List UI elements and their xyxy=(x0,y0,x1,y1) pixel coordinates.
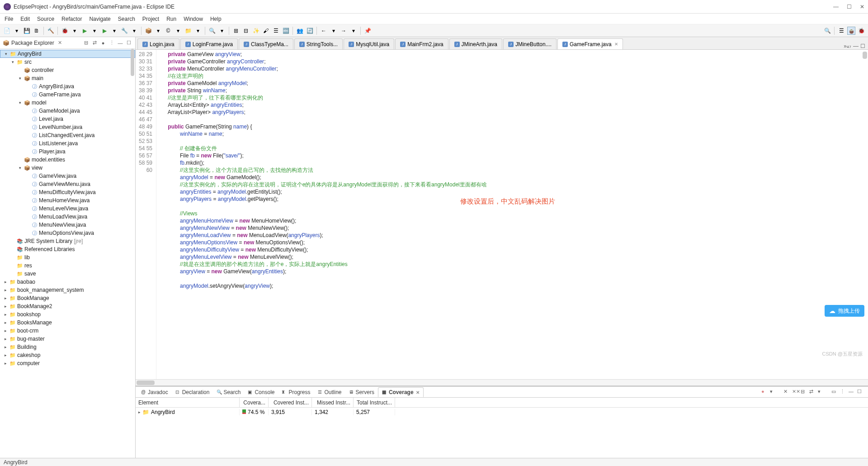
menu-button[interactable]: ⋮ xyxy=(840,389,847,396)
save-button[interactable]: 💾 xyxy=(23,27,31,35)
minimize-button[interactable]: — xyxy=(117,39,124,47)
menu-help[interactable]: Help xyxy=(208,15,224,23)
new-button[interactable]: 📄 xyxy=(3,27,11,35)
code-editor[interactable]: 28 29 30 31 32 33 34 35 36 37 38 39 40 4… xyxy=(136,50,868,379)
maximize-button[interactable]: ☐ xyxy=(857,389,864,396)
remove-all-button[interactable]: ⨯⨯ xyxy=(792,389,799,396)
back-button[interactable]: ← xyxy=(320,27,328,35)
forward-button[interactable]: → xyxy=(340,27,348,35)
tree-item[interactable]: ▸📁baobao xyxy=(0,278,135,286)
tree-item[interactable]: 📁res xyxy=(0,262,135,270)
dropdown-icon[interactable]: ▾ xyxy=(218,27,226,35)
tree-item[interactable]: 📚Referenced Libraries xyxy=(0,245,135,253)
dropdown-button[interactable]: ▾ xyxy=(770,389,777,396)
run-button[interactable]: ▶ xyxy=(80,27,89,35)
team-button[interactable]: 👥 xyxy=(296,27,304,35)
tree-item[interactable]: 📁save xyxy=(0,270,135,278)
tree-item[interactable]: ⒿMenuHomeView.java xyxy=(0,196,135,204)
tree-item[interactable]: ⒿLevelNumber.java xyxy=(0,123,135,131)
tree-item[interactable]: ▸📁BookManage xyxy=(0,294,135,302)
dropdown-icon[interactable]: ▾ xyxy=(130,27,138,35)
tree-item[interactable]: ⒿMenuOptionsView.java xyxy=(0,229,135,237)
col-covered[interactable]: Covered Inst... xyxy=(269,398,312,407)
code-area[interactable]: private GameView angryView; private Game… xyxy=(156,50,868,379)
tree-item[interactable]: ▸📁cakeshop xyxy=(0,351,135,359)
search-icon[interactable]: 🔍 xyxy=(823,27,831,35)
tree-item[interactable]: ▾📦main xyxy=(0,74,135,82)
external-button[interactable]: 🔧 xyxy=(120,27,128,35)
minimize-button[interactable]: — xyxy=(833,4,839,10)
focus-button[interactable]: ● xyxy=(99,39,107,47)
view-menu-button[interactable]: ⋮ xyxy=(108,39,115,47)
tree-item[interactable]: ▾📦model xyxy=(0,99,135,107)
col-total[interactable]: Total Instruct... xyxy=(354,398,395,407)
minimize-button[interactable]: — xyxy=(853,43,859,49)
paint-button[interactable]: 🖌 xyxy=(262,27,270,35)
bottom-tab-javadoc[interactable]: @Javadoc xyxy=(137,388,172,397)
relaunch-button[interactable]: ● xyxy=(761,389,769,396)
menu-project[interactable]: Project xyxy=(140,15,162,23)
java-perspective-button[interactable]: 🧉 xyxy=(847,27,855,35)
debug-perspective-button[interactable]: 🐞 xyxy=(857,27,865,35)
toggle-button[interactable]: ⊞ xyxy=(232,27,240,35)
tree-item[interactable]: ⒿMenuLoadView.java xyxy=(0,213,135,221)
tree-item[interactable]: 📦controller xyxy=(0,66,135,74)
maximize-button[interactable]: ☐ xyxy=(125,39,132,47)
minimize-button[interactable]: — xyxy=(849,389,856,396)
tree-item[interactable]: ⒿMenuNewView.java xyxy=(0,221,135,229)
sync-button[interactable]: 🔄 xyxy=(306,27,314,35)
debug-button[interactable]: 🐞 xyxy=(61,27,69,35)
bottom-tab-console[interactable]: ▣Console xyxy=(244,388,278,397)
tree-item[interactable]: 📚JRE System Library [jre] xyxy=(0,237,135,245)
bottom-tab-outline[interactable]: ☰Outline xyxy=(314,388,345,397)
close-button[interactable]: ✕ xyxy=(860,4,864,10)
menu-search[interactable]: Search xyxy=(115,15,138,23)
show-list-button[interactable]: »₄₇ xyxy=(844,43,851,49)
bottom-tab-declaration[interactable]: ⊡Declaration xyxy=(172,388,213,397)
tree-item[interactable]: ⒿGameModel.java xyxy=(0,107,135,115)
menu-source[interactable]: Source xyxy=(34,15,57,23)
dropdown-icon[interactable]: ▾ xyxy=(110,27,118,35)
tree-item[interactable]: ▸📁boot-crm xyxy=(0,327,135,335)
col-coverage[interactable]: Covera... xyxy=(240,398,269,407)
editor-tab-active[interactable]: JGameFrame.java✕ xyxy=(557,38,623,49)
editor-tab[interactable]: JLogin.java xyxy=(137,38,179,49)
bottom-tab-progress[interactable]: ⧗Progress xyxy=(278,388,314,397)
scrollbar-thumb[interactable] xyxy=(863,52,867,59)
tree-item[interactable]: ▸📁book_management_system xyxy=(0,286,135,294)
maximize-button[interactable]: ☐ xyxy=(860,43,865,49)
filter-button[interactable]: ☰ xyxy=(272,27,280,35)
link-editor-button[interactable]: ⇄ xyxy=(91,39,98,47)
table-row[interactable]: ▸ 📁 AngryBird 74.5 % 3,915 1,342 5,257 xyxy=(136,408,868,417)
tree-item[interactable]: ⒿMenuLevelView.java xyxy=(0,204,135,213)
tree-item[interactable]: ⒿLevel.java xyxy=(0,115,135,123)
bottom-tab-coverage[interactable]: ▦Coverage✕ xyxy=(378,387,424,397)
tree-item[interactable]: ⒿAngryBird.java xyxy=(0,82,135,90)
editor-tab[interactable]: JMainFrm2.java xyxy=(395,38,448,49)
menu-run[interactable]: Run xyxy=(164,15,179,23)
dropdown-icon[interactable]: ▾ xyxy=(194,27,202,35)
menu-window[interactable]: Window xyxy=(181,15,206,23)
tree-item[interactable]: ⒿListChangedEvent.java xyxy=(0,131,135,139)
perspective-button[interactable]: ☰ xyxy=(837,27,845,35)
build-button[interactable]: 🔨 xyxy=(47,27,55,35)
bottom-tab-search[interactable]: 🔍Search xyxy=(213,388,244,397)
coverage-table[interactable]: Element Covera... Covered Inst... Missed… xyxy=(136,398,868,458)
dropdown-icon[interactable]: ▾ xyxy=(154,27,162,35)
maximize-button[interactable]: ☐ xyxy=(847,4,852,10)
editor-tab[interactable]: JMysqlUtil.java xyxy=(344,38,394,49)
scrollbar-thumb[interactable] xyxy=(131,49,134,76)
tree-item[interactable]: ▸📁bookshop xyxy=(0,310,135,319)
collapse-all-button[interactable]: ⊟ xyxy=(82,39,90,47)
package-tree[interactable]: ▾📁AngryBird▾📁src📦controller▾📦mainⒿAngryB… xyxy=(0,49,135,458)
tree-item[interactable]: ⒿGameViewMenu.java xyxy=(0,180,135,188)
tree-item[interactable]: ▸📁Building xyxy=(0,343,135,351)
tree-item[interactable]: ⒿGameView.java xyxy=(0,172,135,180)
editor-tab[interactable]: JLoginFrame.java xyxy=(180,38,238,49)
editor-tab[interactable]: JClassTypeMa... xyxy=(239,38,293,49)
menu-navigate[interactable]: Navigate xyxy=(86,15,113,23)
new-folder-button[interactable]: 📁 xyxy=(184,27,192,35)
wand-button[interactable]: ✨ xyxy=(252,27,260,35)
tree-item[interactable]: 📦model.entities xyxy=(0,156,135,164)
save-all-button[interactable]: 🗎 xyxy=(33,27,41,35)
